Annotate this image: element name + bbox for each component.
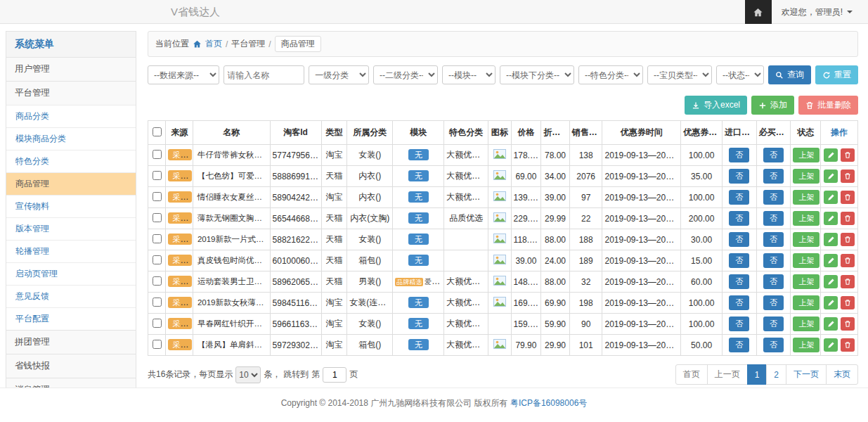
sidebar-item-featured-category[interactable]: 特色分类 <box>6 150 136 172</box>
filter-select-module-subcategory[interactable]: --模块下分类-- <box>500 65 574 84</box>
reset-button[interactable]: 重置 <box>815 65 858 84</box>
module-none-badge[interactable]: 无 <box>408 170 429 181</box>
delete-button[interactable] <box>841 191 855 204</box>
edit-button[interactable] <box>824 148 838 162</box>
status-toggle[interactable]: 上架 <box>793 211 820 226</box>
import-select-toggle[interactable]: 否 <box>729 190 749 205</box>
filter-select-module[interactable]: --模块-- <box>442 65 495 84</box>
sidebar-item-saving-express[interactable]: 省钱快报 <box>6 354 136 378</box>
status-toggle[interactable]: 上架 <box>793 316 820 331</box>
module-none-badge[interactable]: 无 <box>408 297 429 308</box>
edit-button[interactable] <box>824 275 838 288</box>
row-checkbox[interactable] <box>153 255 162 264</box>
status-toggle[interactable]: 上架 <box>793 169 820 184</box>
icp-link[interactable]: 粤ICP备16098006号 <box>510 398 587 408</box>
module-none-badge[interactable]: 无 <box>408 318 429 329</box>
home-button[interactable] <box>745 0 772 24</box>
must-buy-toggle[interactable]: 否 <box>763 253 784 268</box>
must-buy-toggle[interactable]: 否 <box>763 232 784 247</box>
per-page-select[interactable]: 10 <box>235 366 261 383</box>
filter-input-name[interactable] <box>224 65 304 84</box>
import-select-toggle[interactable]: 否 <box>729 338 749 352</box>
must-buy-toggle[interactable]: 否 <box>763 190 784 205</box>
sidebar-item-carousel-management[interactable]: 轮播管理 <box>6 240 136 262</box>
must-buy-toggle[interactable]: 否 <box>763 274 784 289</box>
module-brand-badge[interactable]: 品牌精选 <box>395 278 423 286</box>
bulk-delete-button[interactable]: 批量删除 <box>798 96 858 115</box>
edit-button[interactable] <box>824 233 838 246</box>
delete-button[interactable] <box>841 148 855 162</box>
add-button[interactable]: 添加 <box>751 96 794 115</box>
delete-button[interactable] <box>841 170 855 183</box>
import-excel-button[interactable]: 导入excel <box>685 96 747 115</box>
edit-button[interactable] <box>824 170 838 183</box>
filter-select-status[interactable]: --状态-- <box>716 65 764 84</box>
sidebar-item-groupbuy-management[interactable]: 拼团管理 <box>6 330 136 354</box>
must-buy-toggle[interactable]: 否 <box>763 316 784 331</box>
edit-button[interactable] <box>824 212 838 225</box>
delete-button[interactable] <box>841 317 855 331</box>
edit-button[interactable] <box>824 317 838 331</box>
row-checkbox[interactable] <box>153 340 162 349</box>
status-toggle[interactable]: 上架 <box>793 253 820 268</box>
pager-last[interactable]: 末页 <box>826 364 858 385</box>
must-buy-toggle[interactable]: 否 <box>763 211 784 226</box>
row-checkbox[interactable] <box>153 298 162 307</box>
pager-next[interactable]: 下一页 <box>786 364 827 385</box>
edit-button[interactable] <box>824 296 838 309</box>
row-checkbox[interactable] <box>153 171 162 180</box>
must-buy-toggle[interactable]: 否 <box>763 338 784 352</box>
row-checkbox[interactable] <box>153 150 162 159</box>
must-buy-toggle[interactable]: 否 <box>763 169 784 184</box>
status-toggle[interactable]: 上架 <box>793 274 820 289</box>
pager-page-1[interactable]: 1 <box>747 364 767 385</box>
delete-button[interactable] <box>841 296 855 309</box>
user-menu[interactable]: 欢迎您，管理员! <box>772 0 868 24</box>
status-toggle[interactable]: 上架 <box>793 190 820 205</box>
row-checkbox[interactable] <box>153 276 162 286</box>
module-none-badge[interactable]: 无 <box>408 255 429 266</box>
pager-prev[interactable]: 上一页 <box>707 364 748 385</box>
search-button[interactable]: 查询 <box>768 65 811 84</box>
row-checkbox[interactable] <box>153 213 162 222</box>
delete-button[interactable] <box>841 212 855 225</box>
module-none-badge[interactable]: 无 <box>408 149 429 160</box>
sidebar-item-version-management[interactable]: 版本管理 <box>6 217 136 240</box>
must-buy-toggle[interactable]: 否 <box>763 148 784 162</box>
sidebar-item-module-product-category[interactable]: 模块商品分类 <box>6 127 136 150</box>
row-checkbox[interactable] <box>153 319 162 328</box>
edit-button[interactable] <box>824 338 838 352</box>
delete-button[interactable] <box>841 338 855 352</box>
edit-button[interactable] <box>824 191 838 204</box>
status-toggle[interactable]: 上架 <box>793 232 820 247</box>
breadcrumb-home-link[interactable]: 首页 <box>205 38 222 50</box>
filter-select-data-source[interactable]: --数据来源-- <box>148 65 219 84</box>
sidebar-item-product-category[interactable]: 商品分类 <box>6 105 136 127</box>
module-none-badge[interactable]: 无 <box>408 339 429 350</box>
filter-select-featured-category[interactable]: --特色分类-- <box>578 65 643 84</box>
delete-button[interactable] <box>841 254 855 267</box>
sidebar-item-promo-materials[interactable]: 宣传物料 <box>6 195 136 217</box>
select-all-checkbox[interactable] <box>153 127 162 136</box>
status-toggle[interactable]: 上架 <box>793 338 820 352</box>
import-select-toggle[interactable]: 否 <box>729 148 749 162</box>
filter-select-level1-category[interactable]: 一级分类 <box>309 65 369 84</box>
page-jump-input[interactable] <box>323 367 346 383</box>
status-toggle[interactable]: 上架 <box>793 148 820 162</box>
sidebar-item-platform-config[interactable]: 平台配置 <box>6 307 136 330</box>
module-none-badge[interactable]: 无 <box>408 234 429 245</box>
import-select-toggle[interactable]: 否 <box>729 316 749 331</box>
sidebar-item-platform-management[interactable]: 平台管理 <box>6 81 136 105</box>
row-checkbox[interactable] <box>153 192 162 201</box>
import-select-toggle[interactable]: 否 <box>729 169 749 184</box>
import-select-toggle[interactable]: 否 <box>729 253 749 268</box>
filter-select-item-type[interactable]: --宝贝类型-- <box>647 65 712 84</box>
edit-button[interactable] <box>824 254 838 267</box>
module-none-badge[interactable]: 无 <box>408 212 429 224</box>
pager-page-2[interactable]: 2 <box>766 364 786 385</box>
delete-button[interactable] <box>841 275 855 288</box>
import-select-toggle[interactable]: 否 <box>729 295 749 310</box>
delete-button[interactable] <box>841 233 855 246</box>
sidebar-item-user-management[interactable]: 用户管理 <box>6 57 136 81</box>
sidebar-item-product-management[interactable]: 商品管理 <box>6 172 136 195</box>
